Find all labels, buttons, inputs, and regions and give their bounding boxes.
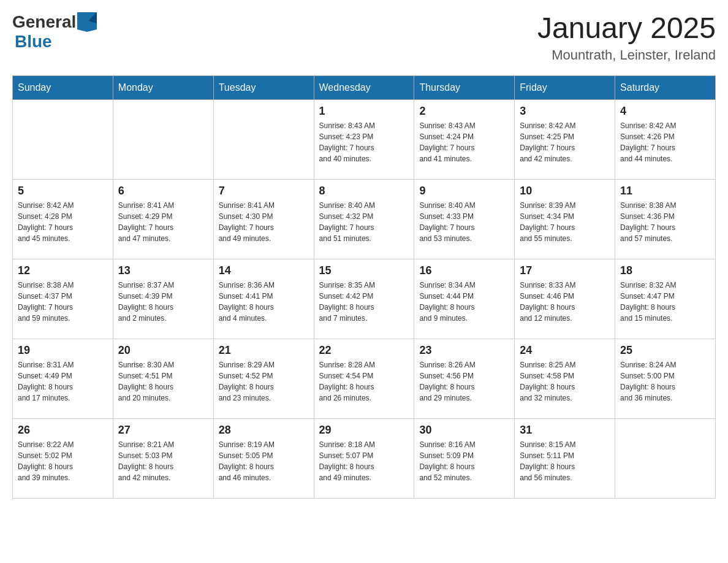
day-info: Sunrise: 8:38 AM Sunset: 4:36 PM Dayligh…: [620, 200, 710, 244]
day-number: 10: [520, 185, 610, 197]
day-number: 23: [419, 344, 509, 357]
day-info: Sunrise: 8:15 AM Sunset: 5:11 PM Dayligh…: [520, 439, 610, 483]
day-info: Sunrise: 8:19 AM Sunset: 5:05 PM Dayligh…: [219, 439, 309, 483]
day-number: 16: [419, 264, 509, 277]
day-number: 26: [18, 424, 108, 437]
day-info: Sunrise: 8:25 AM Sunset: 4:58 PM Dayligh…: [520, 359, 610, 404]
day-cell: 30Sunrise: 8:16 AM Sunset: 5:09 PM Dayli…: [414, 418, 515, 498]
weekday-header-row: SundayMondayTuesdayWednesdayThursdayFrid…: [13, 75, 716, 99]
day-cell: 17Sunrise: 8:33 AM Sunset: 4:46 PM Dayli…: [515, 259, 615, 339]
day-cell: 15Sunrise: 8:35 AM Sunset: 4:42 PM Dayli…: [314, 259, 414, 339]
day-cell: [113, 99, 213, 179]
day-cell: 28Sunrise: 8:19 AM Sunset: 5:05 PM Dayli…: [213, 418, 314, 498]
weekday-header-thursday: Thursday: [414, 75, 515, 99]
day-cell: 29Sunrise: 8:18 AM Sunset: 5:07 PM Dayli…: [314, 418, 414, 498]
day-info: Sunrise: 8:40 AM Sunset: 4:32 PM Dayligh…: [319, 200, 409, 244]
weekday-header-friday: Friday: [515, 75, 615, 99]
day-cell: 2Sunrise: 8:43 AM Sunset: 4:24 PM Daylig…: [414, 99, 515, 179]
day-cell: 27Sunrise: 8:21 AM Sunset: 5:03 PM Dayli…: [113, 418, 213, 498]
day-info: Sunrise: 8:38 AM Sunset: 4:37 PM Dayligh…: [18, 280, 108, 324]
day-number: 28: [219, 424, 309, 437]
day-info: Sunrise: 8:33 AM Sunset: 4:46 PM Dayligh…: [520, 280, 610, 324]
day-cell: 11Sunrise: 8:38 AM Sunset: 4:36 PM Dayli…: [615, 179, 716, 259]
day-number: 22: [319, 344, 409, 357]
logo-general: General: [12, 12, 76, 32]
day-number: 30: [419, 424, 509, 437]
day-number: 13: [118, 264, 208, 277]
day-number: 25: [620, 344, 710, 357]
day-cell: 10Sunrise: 8:39 AM Sunset: 4:34 PM Dayli…: [515, 179, 615, 259]
day-number: 18: [620, 264, 710, 277]
day-number: 27: [118, 424, 208, 437]
page-header: General Blue January 2025 Mountrath, Lei…: [12, 12, 716, 63]
day-cell: [213, 99, 314, 179]
day-cell: 14Sunrise: 8:36 AM Sunset: 4:41 PM Dayli…: [213, 259, 314, 339]
day-number: 4: [620, 105, 710, 118]
day-cell: 4Sunrise: 8:42 AM Sunset: 4:26 PM Daylig…: [615, 99, 716, 179]
day-number: 17: [520, 264, 610, 277]
day-cell: 5Sunrise: 8:42 AM Sunset: 4:28 PM Daylig…: [13, 179, 113, 259]
day-number: 5: [18, 185, 108, 197]
day-info: Sunrise: 8:31 AM Sunset: 4:49 PM Dayligh…: [18, 359, 108, 404]
weekday-header-tuesday: Tuesday: [213, 75, 314, 99]
day-info: Sunrise: 8:28 AM Sunset: 4:54 PM Dayligh…: [319, 359, 409, 404]
week-row-5: 26Sunrise: 8:22 AM Sunset: 5:02 PM Dayli…: [13, 418, 716, 498]
day-info: Sunrise: 8:35 AM Sunset: 4:42 PM Dayligh…: [319, 280, 409, 324]
day-info: Sunrise: 8:43 AM Sunset: 4:23 PM Dayligh…: [319, 120, 409, 164]
day-cell: [615, 418, 716, 498]
day-cell: 26Sunrise: 8:22 AM Sunset: 5:02 PM Dayli…: [13, 418, 113, 498]
day-cell: 6Sunrise: 8:41 AM Sunset: 4:29 PM Daylig…: [113, 179, 213, 259]
day-info: Sunrise: 8:43 AM Sunset: 4:24 PM Dayligh…: [419, 120, 509, 164]
location: Mountrath, Leinster, Ireland: [537, 47, 716, 63]
day-number: 24: [520, 344, 610, 357]
day-cell: 9Sunrise: 8:40 AM Sunset: 4:33 PM Daylig…: [414, 179, 515, 259]
day-number: 21: [219, 344, 309, 357]
day-info: Sunrise: 8:36 AM Sunset: 4:41 PM Dayligh…: [219, 280, 309, 324]
day-cell: 19Sunrise: 8:31 AM Sunset: 4:49 PM Dayli…: [13, 339, 113, 418]
day-info: Sunrise: 8:18 AM Sunset: 5:07 PM Dayligh…: [319, 439, 409, 483]
day-cell: 7Sunrise: 8:41 AM Sunset: 4:30 PM Daylig…: [213, 179, 314, 259]
day-number: 2: [419, 105, 509, 118]
day-info: Sunrise: 8:41 AM Sunset: 4:30 PM Dayligh…: [219, 200, 309, 244]
title-section: January 2025 Mountrath, Leinster, Irelan…: [537, 12, 716, 63]
day-number: 1: [319, 105, 409, 118]
day-number: 15: [319, 264, 409, 277]
day-info: Sunrise: 8:22 AM Sunset: 5:02 PM Dayligh…: [18, 439, 108, 483]
day-info: Sunrise: 8:37 AM Sunset: 4:39 PM Dayligh…: [118, 280, 208, 324]
day-cell: 22Sunrise: 8:28 AM Sunset: 4:54 PM Dayli…: [314, 339, 414, 418]
day-cell: [13, 99, 113, 179]
day-info: Sunrise: 8:21 AM Sunset: 5:03 PM Dayligh…: [118, 439, 208, 483]
day-number: 7: [219, 185, 309, 197]
day-cell: 24Sunrise: 8:25 AM Sunset: 4:58 PM Dayli…: [515, 339, 615, 418]
day-number: 3: [520, 105, 610, 118]
weekday-header-wednesday: Wednesday: [314, 75, 414, 99]
day-info: Sunrise: 8:41 AM Sunset: 4:29 PM Dayligh…: [118, 200, 208, 244]
logo-blue: Blue: [15, 32, 52, 52]
month-title: January 2025: [537, 12, 716, 45]
day-info: Sunrise: 8:32 AM Sunset: 4:47 PM Dayligh…: [620, 280, 710, 324]
day-cell: 3Sunrise: 8:42 AM Sunset: 4:25 PM Daylig…: [515, 99, 615, 179]
day-cell: 18Sunrise: 8:32 AM Sunset: 4:47 PM Dayli…: [615, 259, 716, 339]
week-row-4: 19Sunrise: 8:31 AM Sunset: 4:49 PM Dayli…: [13, 339, 716, 418]
weekday-header-sunday: Sunday: [13, 75, 113, 99]
week-row-1: 1Sunrise: 8:43 AM Sunset: 4:23 PM Daylig…: [13, 99, 716, 179]
day-info: Sunrise: 8:39 AM Sunset: 4:34 PM Dayligh…: [520, 200, 610, 244]
day-number: 20: [118, 344, 208, 357]
day-number: 14: [219, 264, 309, 277]
day-number: 29: [319, 424, 409, 437]
logo-icon: [77, 12, 97, 32]
day-cell: 23Sunrise: 8:26 AM Sunset: 4:56 PM Dayli…: [414, 339, 515, 418]
day-number: 31: [520, 424, 610, 437]
day-cell: 31Sunrise: 8:15 AM Sunset: 5:11 PM Dayli…: [515, 418, 615, 498]
week-row-3: 12Sunrise: 8:38 AM Sunset: 4:37 PM Dayli…: [13, 259, 716, 339]
week-row-2: 5Sunrise: 8:42 AM Sunset: 4:28 PM Daylig…: [13, 179, 716, 259]
day-number: 6: [118, 185, 208, 197]
day-cell: 12Sunrise: 8:38 AM Sunset: 4:37 PM Dayli…: [13, 259, 113, 339]
day-number: 8: [319, 185, 409, 197]
day-cell: 1Sunrise: 8:43 AM Sunset: 4:23 PM Daylig…: [314, 99, 414, 179]
weekday-header-monday: Monday: [113, 75, 213, 99]
day-info: Sunrise: 8:42 AM Sunset: 4:25 PM Dayligh…: [520, 120, 610, 164]
day-cell: 8Sunrise: 8:40 AM Sunset: 4:32 PM Daylig…: [314, 179, 414, 259]
day-info: Sunrise: 8:40 AM Sunset: 4:33 PM Dayligh…: [419, 200, 509, 244]
day-info: Sunrise: 8:24 AM Sunset: 5:00 PM Dayligh…: [620, 359, 710, 404]
